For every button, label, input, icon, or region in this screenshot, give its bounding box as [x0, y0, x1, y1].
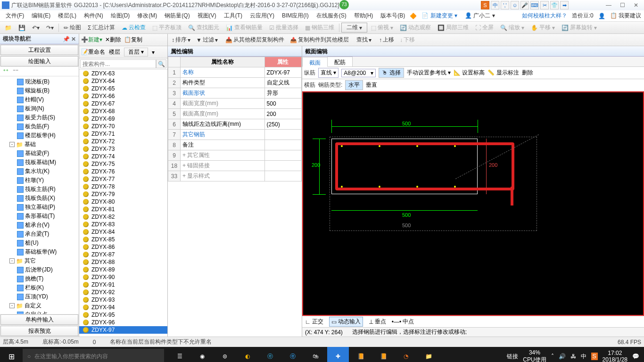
tb-sum[interactable]: Σ 汇总计算	[85, 23, 118, 33]
property-row[interactable]: 8备注	[168, 140, 302, 150]
component-item[interactable]: ZDYX-91	[79, 281, 167, 288]
property-row[interactable]: 33+ 显示样式	[168, 171, 302, 181]
suggest-button[interactable]: 📋 我要建议	[610, 12, 641, 20]
elevation-button[interactable]: 📐 设置标高	[454, 69, 485, 77]
delete-button[interactable]: ✕删除	[105, 36, 121, 44]
tb-2d[interactable]: 二维 ▾	[341, 23, 367, 33]
ortho-button[interactable]: ∟ 正交	[305, 318, 323, 326]
tree-node[interactable]: 自定义点	[1, 310, 78, 314]
menu-rebar[interactable]: 钢筋量(Q)	[162, 11, 192, 21]
menu-edit[interactable]: 编辑(E)	[29, 11, 53, 21]
app-icon-4[interactable]: ✚	[327, 347, 349, 362]
filter-button[interactable]: ▼ 过滤 ▾	[194, 35, 220, 45]
minimize-button[interactable]: —	[606, 2, 611, 8]
tb-cloud-check[interactable]: ☁ 云检查	[119, 23, 149, 33]
tb-batch-select[interactable]: ☑ 批量选择	[266, 23, 301, 33]
tray-vol-icon[interactable]: 🔊	[559, 353, 566, 360]
app-icon-7[interactable]: ◔	[395, 347, 417, 362]
tb-rebar-3d[interactable]: ▦ 钢筋三维	[302, 23, 337, 33]
tray-ime-icon[interactable]: 中	[581, 353, 586, 361]
copy-from-button[interactable]: 📥 从其他楼层复制构件	[223, 35, 286, 45]
component-item[interactable]: ZDYX-84	[79, 228, 167, 236]
tree-node[interactable]: 螺旋板(B)	[1, 86, 78, 95]
menu-modify[interactable]: 修改(M)	[134, 11, 160, 21]
tree-node[interactable]: 板负筋(F)	[1, 122, 78, 131]
tree-node[interactable]: -📁其它	[1, 256, 78, 265]
property-table[interactable]: 属性名称属性 1名称ZDYX-972构件类型自定义线3截面形状异形4截面宽度(m…	[168, 57, 302, 337]
app-icon-1[interactable]: ◉	[191, 347, 213, 362]
ie-icon[interactable]: ⓔ	[282, 347, 304, 362]
tb-rotate[interactable]: 🔄 屏幕旋转 ▾	[559, 23, 600, 33]
tree-node[interactable]: 条形基础(T)	[1, 212, 78, 221]
ime-punct[interactable]: ','	[501, 1, 509, 9]
tb-undo[interactable]: ↶▾	[29, 24, 42, 32]
tree-node[interactable]: 后浇带(JD)	[1, 265, 78, 274]
perp-button[interactable]: ⊥ 垂点	[369, 318, 386, 326]
tb-find-elem[interactable]: 🔍 查找图元	[185, 23, 222, 33]
property-row[interactable]: 3截面形状异形	[168, 88, 302, 99]
tree-node[interactable]: 筏板主筋(R)	[1, 185, 78, 194]
ime-mic[interactable]: 🎤	[520, 1, 529, 9]
component-item[interactable]: ZDYX-85	[79, 236, 167, 243]
tree-node[interactable]: 板洞(N)	[1, 104, 78, 113]
select-button[interactable]: 🖱 选择	[379, 68, 404, 78]
property-row[interactable]: 5截面高度(mm)200	[168, 109, 302, 119]
ime-emoji[interactable]: ☺	[511, 1, 519, 9]
component-item[interactable]: ZDYX-95	[79, 311, 167, 319]
tb-align-top[interactable]: ⬚ 平齐板顶	[149, 23, 184, 33]
component-item[interactable]: ZDYX-68	[79, 107, 167, 115]
sort-button[interactable]: ↕ 排序 ▾	[170, 35, 192, 45]
show-dim-button[interactable]: 📏 显示标注	[487, 69, 519, 77]
menu-tools[interactable]: 工具(T)	[221, 11, 245, 21]
component-item[interactable]: ZDYX-97	[79, 326, 167, 334]
app-icon-5[interactable]: 📙	[350, 347, 372, 362]
component-item[interactable]: ZDYX-92	[79, 288, 167, 296]
menu-help[interactable]: 帮助(H)	[351, 11, 376, 21]
component-item[interactable]: ZDYX-83	[79, 221, 167, 228]
menu-file[interactable]: 文件(F)	[3, 11, 27, 21]
tb-fullscreen[interactable]: ⛶ 全屏	[472, 23, 496, 33]
tray-net-icon[interactable]: 🖧	[570, 353, 576, 360]
nav-report[interactable]: 报表预览	[0, 326, 78, 336]
move-up-button[interactable]: ↑ 上移	[377, 35, 396, 45]
taskbar-search[interactable]: ○ 在这里输入你想要搜索的内容	[23, 349, 164, 362]
component-item[interactable]: ZDYX-89	[79, 266, 167, 273]
edge-icon[interactable]: ⓔ	[259, 347, 281, 362]
ime-more[interactable]: ➡	[560, 1, 569, 9]
tree-node[interactable]: 集水坑(K)	[1, 167, 78, 176]
tree-node[interactable]: 独立基础(P)	[1, 203, 78, 212]
tb-top-view[interactable]: ⬚ 俯视 ▾	[368, 23, 396, 33]
component-item[interactable]: ZDYX-80	[79, 198, 167, 206]
start-button[interactable]: ⊞	[0, 347, 23, 362]
tb-redo[interactable]: ↷▾	[43, 24, 57, 32]
expand-icon[interactable]: ⁺⁺	[3, 68, 8, 74]
nav-project-settings[interactable]: 工程设置	[0, 45, 78, 55]
search-button[interactable]: 🔍	[156, 59, 166, 68]
tray-clock[interactable]: 17:022018/1/28	[603, 350, 627, 362]
ref-line-button[interactable]: 手动设置参考线 ▾	[407, 69, 451, 77]
tree-node[interactable]: -📁基础	[1, 140, 78, 149]
component-list[interactable]: ZDYX-63ZDYX-64ZDYX-65ZDYX-66ZDYX-67ZDYX-…	[79, 70, 167, 337]
search-input[interactable]	[80, 59, 156, 68]
ime-skin[interactable]: 👕	[550, 1, 559, 9]
pin-icon[interactable]: 📌 ✕	[63, 36, 76, 42]
menu-component[interactable]: 构件(N)	[81, 11, 106, 21]
tb-pan[interactable]: ✋ 平移 ▾	[528, 23, 558, 33]
help-link[interactable]: 如何校核柱大样？	[522, 12, 567, 20]
property-row[interactable]: 2构件类型自定义线	[168, 78, 302, 88]
rename-button[interactable]: 📝重命名	[81, 48, 105, 56]
app-icon-6[interactable]: 📙	[372, 347, 394, 362]
mode-select[interactable]: 直线 ▾	[318, 68, 339, 78]
tree-node[interactable]: 压顶(YD)	[1, 292, 78, 301]
component-item[interactable]: ZDYX-81	[79, 206, 167, 213]
horizontal-button[interactable]: 水平	[345, 80, 363, 90]
property-row[interactable]: 4截面宽度(mm)500	[168, 99, 302, 109]
component-item[interactable]: ZDYX-73	[79, 145, 167, 153]
tray-notif-icon[interactable]: 💬	[632, 353, 639, 360]
component-item[interactable]: ZDYX-77	[79, 175, 167, 183]
tb-view-rebar[interactable]: 📊 查看钢筋量	[223, 23, 265, 33]
component-item[interactable]: ZDYX-82	[79, 213, 167, 221]
cad-canvas[interactable]: 500 200 200 500 500	[302, 91, 644, 316]
floor-select[interactable]: 首层 ▾	[124, 48, 148, 57]
component-item[interactable]: ZDYX-63	[79, 70, 167, 77]
